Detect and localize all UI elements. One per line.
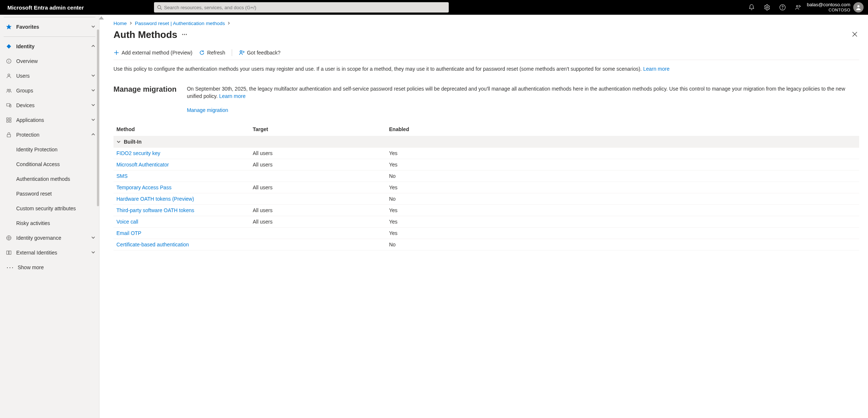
enabled-cell: Yes — [386, 216, 859, 228]
table-row[interactable]: Voice callAll usersYes — [113, 216, 859, 228]
sidebar-item-conditional-access[interactable]: Conditional Access — [0, 157, 99, 172]
table-row[interactable]: SMSNo — [113, 171, 859, 182]
table-row[interactable]: Email OTPYes — [113, 228, 859, 239]
settings-button[interactable] — [760, 0, 774, 15]
global-search[interactable] — [154, 2, 449, 13]
sidebar-show-more[interactable]: ··· Show more — [0, 260, 99, 275]
migration-text: On September 30th, 2025, the legacy mult… — [187, 86, 845, 99]
app-title: Microsoft Entra admin center — [7, 4, 84, 11]
sidebar-item-risky-activities[interactable]: Risky activities — [0, 216, 99, 231]
identity-icon — [6, 43, 12, 49]
content-area: Home Password reset | Authentication met… — [105, 15, 868, 418]
manage-migration-link[interactable]: Manage migration — [187, 106, 228, 114]
col-enabled[interactable]: Enabled — [386, 123, 859, 136]
method-link[interactable]: Third-party software OATH tokens — [116, 207, 194, 213]
sidebar-item-protection[interactable]: Protection — [0, 127, 99, 142]
account-menu[interactable]: balas@contoso.com CONTOSO — [807, 2, 865, 13]
close-blade-button[interactable] — [850, 30, 859, 40]
sidebar-item-identity-protection[interactable]: Identity Protection — [0, 142, 99, 157]
chevron-down-icon — [91, 235, 95, 240]
sidebar-identity[interactable]: Identity — [0, 39, 99, 54]
breadcrumb: Home Password reset | Authentication met… — [113, 21, 859, 26]
target-cell — [250, 228, 386, 239]
feedback-person-icon — [795, 4, 801, 11]
breadcrumb-parent[interactable]: Password reset | Authentication methods — [135, 21, 225, 26]
svg-point-4 — [783, 8, 783, 9]
table-row[interactable]: Hardware OATH tokens (Preview)No — [113, 193, 859, 205]
enabled-cell: Yes — [386, 159, 859, 171]
governance-icon — [6, 235, 12, 241]
method-link[interactable]: FIDO2 security key — [116, 150, 160, 156]
method-link[interactable]: Voice call — [116, 219, 138, 225]
enabled-cell: Yes — [386, 148, 859, 159]
svg-rect-24 — [9, 251, 11, 254]
avatar — [853, 2, 864, 13]
bell-icon — [748, 4, 755, 11]
cmd-refresh[interactable]: Refresh — [199, 50, 225, 56]
close-icon — [852, 31, 858, 37]
chevron-down-icon — [91, 24, 95, 29]
help-icon — [779, 4, 786, 11]
cmd-feedback[interactable]: Got feedback? — [239, 50, 280, 56]
chevron-down-icon — [91, 103, 95, 107]
sidebar-item-groups[interactable]: Groups — [0, 83, 99, 98]
intro-text: Use this policy to configure the authent… — [113, 65, 859, 73]
table-row[interactable]: Temporary Access PassAll usersYes — [113, 182, 859, 193]
table-row[interactable]: FIDO2 security keyAll usersYes — [113, 148, 859, 159]
notifications-button[interactable] — [745, 0, 758, 15]
sidebar-favorites[interactable]: Favorites — [0, 20, 99, 34]
sidebar-item-custom-sec-attrs[interactable]: Custom security attributes — [0, 201, 99, 216]
sidebar-item-devices[interactable]: Devices — [0, 98, 99, 113]
svg-point-14 — [9, 89, 11, 91]
sidebar-item-users[interactable]: Users — [0, 69, 99, 83]
svg-rect-18 — [9, 118, 11, 120]
intro-learn-more[interactable]: Learn more — [643, 66, 670, 72]
svg-point-11 — [9, 60, 9, 60]
groups-icon — [6, 88, 12, 94]
target-cell — [250, 239, 386, 250]
svg-point-2 — [766, 7, 768, 8]
svg-marker-8 — [7, 44, 11, 49]
sidebar-item-external-identities[interactable]: External Identities — [0, 245, 99, 260]
sidebar-splitter[interactable] — [99, 15, 105, 418]
table-row[interactable]: Third-party software OATH tokensAll user… — [113, 205, 859, 216]
feedback-icon — [239, 50, 245, 56]
svg-rect-16 — [10, 105, 11, 107]
page-more-button[interactable]: ··· — [182, 31, 187, 39]
table-row[interactable]: Certificate-based authenticationNo — [113, 239, 859, 250]
enabled-cell: No — [386, 193, 859, 205]
col-method[interactable]: Method — [113, 123, 250, 136]
sidebar-item-identity-governance[interactable]: Identity governance — [0, 231, 99, 245]
collapse-sidebar-icon — [99, 16, 104, 20]
method-link[interactable]: Email OTP — [116, 230, 141, 236]
help-button[interactable] — [776, 0, 789, 15]
feedback-button[interactable] — [791, 0, 805, 15]
method-link[interactable]: Hardware OATH tokens (Preview) — [116, 196, 194, 202]
external-icon — [6, 250, 12, 256]
svg-rect-20 — [9, 120, 11, 122]
migration-heading: Manage migration — [113, 85, 176, 94]
breadcrumb-home[interactable]: Home — [113, 21, 127, 26]
migration-learn-more[interactable]: Learn more — [219, 93, 246, 99]
cmd-add-external[interactable]: Add external method (Preview) — [113, 50, 192, 56]
method-link[interactable]: Temporary Access Pass — [116, 185, 171, 190]
user-icon — [6, 73, 12, 79]
svg-point-6 — [857, 5, 860, 7]
chevron-down-icon — [91, 117, 95, 122]
method-link[interactable]: Microsoft Authenticator — [116, 162, 169, 168]
sidebar-item-auth-methods[interactable]: Authentication methods — [0, 172, 99, 186]
table-group-row[interactable]: Built-In — [113, 136, 859, 148]
col-target[interactable]: Target — [250, 123, 386, 136]
sidebar-item-overview[interactable]: Overview — [0, 54, 99, 69]
method-link[interactable]: Certificate-based authentication — [116, 242, 189, 247]
search-input[interactable] — [164, 5, 445, 10]
refresh-icon — [199, 50, 205, 56]
sidebar-item-applications[interactable]: Applications — [0, 113, 99, 127]
enabled-cell: No — [386, 239, 859, 250]
sidebar-item-password-reset[interactable]: Password reset — [0, 186, 99, 201]
sidebar-scrollbar[interactable] — [97, 29, 99, 206]
chevron-down-icon — [91, 250, 95, 254]
method-link[interactable]: SMS — [116, 173, 127, 179]
table-row[interactable]: Microsoft AuthenticatorAll usersYes — [113, 159, 859, 171]
command-bar: Add external method (Preview) Refresh Go… — [113, 49, 859, 60]
